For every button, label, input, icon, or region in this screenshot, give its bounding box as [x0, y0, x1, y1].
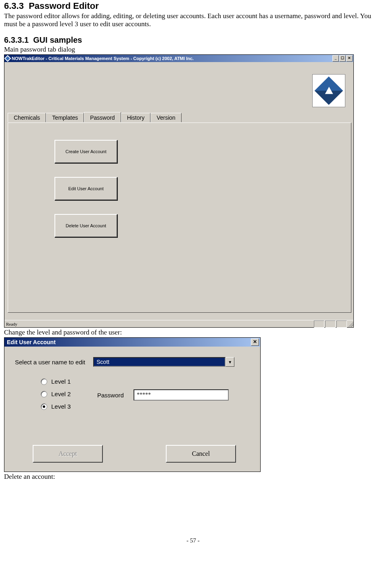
cancel-button[interactable]: Cancel [166, 445, 236, 463]
caption-edit-dialog: Change the level and password of the use… [4, 328, 378, 337]
radio-icon[interactable] [41, 391, 47, 397]
maximize-button[interactable]: ☐ [339, 55, 346, 62]
section-number: 6.3.3 [4, 1, 24, 11]
caption-delete: Delete an account: [4, 473, 378, 481]
dialog-titlebar[interactable]: Edit User Account ✕ [4, 338, 260, 347]
tab-panel: Create User Account Edit User Account De… [8, 123, 351, 313]
user-select-combo[interactable]: Scott ▼ [93, 357, 234, 367]
edit-user-button[interactable]: Edit User Account [54, 177, 117, 200]
radio-label: Level 2 [51, 391, 71, 397]
titlebar[interactable]: NOWTrakEditor - Critical Materials Manag… [4, 55, 353, 62]
caption-main-tab: Main password tab dialog [4, 46, 378, 54]
resize-grip-icon[interactable] [347, 320, 353, 327]
close-button[interactable]: ✕ [346, 55, 353, 62]
status-pane [314, 320, 324, 328]
brand-logo [312, 74, 345, 107]
dropdown-arrow-icon[interactable]: ▼ [226, 357, 234, 367]
tab-history[interactable]: History [121, 113, 151, 122]
select-user-label: Select a user name to edit [15, 359, 85, 366]
tab-templates[interactable]: Templates [46, 113, 84, 122]
status-pane [325, 320, 336, 328]
main-window: NOWTrakEditor - Critical Materials Manag… [4, 54, 354, 328]
app-icon [4, 55, 11, 62]
subsection-title: GUI samples [33, 35, 82, 44]
minimize-button[interactable]: _ [332, 55, 339, 62]
radio-level-3[interactable]: Level 3 [41, 403, 71, 410]
page-number: - 57 - [4, 537, 378, 544]
diamond-icon [315, 77, 343, 105]
subsection-heading: 6.3.3.1 GUI samples [4, 35, 378, 45]
tab-version[interactable]: Version [150, 113, 182, 122]
radio-label: Level 3 [51, 403, 71, 410]
tab-password[interactable]: Password [84, 112, 121, 122]
radio-level-2[interactable]: Level 2 [41, 391, 71, 397]
password-label: Password [97, 392, 124, 399]
radio-dot-icon [43, 405, 45, 408]
radio-icon[interactable] [41, 403, 47, 410]
section-heading: 6.3.3 Password Editor [4, 1, 378, 11]
subsection-number: 6.3.3.1 [4, 35, 29, 44]
status-text: Ready [6, 322, 17, 326]
statusbar: Ready [4, 320, 353, 327]
status-pane [336, 320, 347, 328]
window-title: NOWTrakEditor - Critical Materials Manag… [12, 56, 194, 61]
user-select-value[interactable]: Scott [93, 357, 226, 367]
section-title: Password Editor [29, 1, 99, 11]
accept-button[interactable]: Accept [33, 445, 103, 463]
edit-user-dialog: Edit User Account ✕ Select a user name t… [4, 337, 261, 472]
create-user-button[interactable]: Create User Account [54, 140, 117, 163]
dialog-title: Edit User Account [6, 339, 56, 345]
radio-level-1[interactable]: Level 1 [41, 378, 71, 385]
radio-label: Level 1 [51, 378, 71, 385]
dialog-close-button[interactable]: ✕ [251, 339, 259, 346]
section-body: The password editor allows for adding, e… [4, 12, 378, 28]
password-input[interactable]: ***** [134, 389, 229, 401]
radio-icon[interactable] [41, 378, 47, 385]
tabstrip: Chemicals Templates Password History Ver… [8, 113, 182, 122]
tab-chemicals[interactable]: Chemicals [8, 113, 46, 122]
delete-user-button[interactable]: Delete User Account [54, 214, 117, 237]
